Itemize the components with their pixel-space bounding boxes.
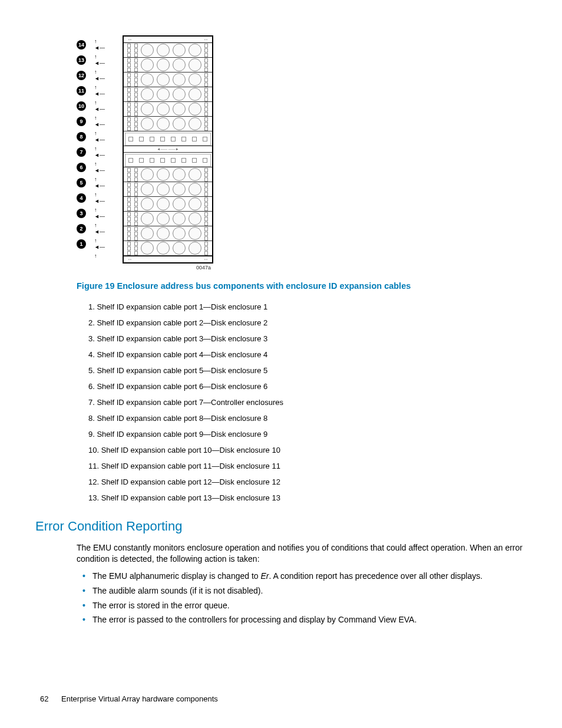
page-footer: 62 Enterprise Virtual Array hardware com…: [40, 694, 218, 703]
callout-row: 13↑◄—: [77, 54, 105, 66]
disk-enclosure: [124, 87, 212, 102]
callout-circle: 10: [77, 101, 86, 111]
callout-circle: 1: [77, 239, 86, 249]
arrow-pair: ↑◄—: [94, 116, 105, 127]
arrow-up-icon: ↑: [94, 162, 105, 167]
callout-row: 12↑◄—: [77, 70, 105, 81]
callout-row: 6↑◄—: [77, 162, 105, 173]
page-number: 62: [40, 694, 48, 703]
callout-circle: 4: [77, 193, 86, 203]
callout-row: 8↑◄—: [77, 131, 105, 143]
arrow-up-icon: ↑: [94, 131, 105, 136]
arrow-up-icon: ↑: [94, 54, 105, 60]
legend-item: 6. Shelf ID expansion cable port 6—Disk …: [88, 382, 527, 391]
arrow-left-icon: ◄—: [94, 199, 105, 204]
arrow-pair: ↑◄—: [94, 223, 105, 235]
controller-enclosure: [124, 153, 212, 167]
arrow-up-icon: ↑: [94, 70, 105, 75]
arrow-pair: ↑◄—: [94, 207, 105, 219]
arrow-up-icon: ↑: [94, 116, 105, 121]
callout-row: 9↑◄—: [77, 116, 105, 127]
arrow-left-icon: ◄—: [94, 137, 105, 143]
disk-enclosure: [124, 43, 212, 58]
arrow-left-icon: ◄—: [94, 168, 105, 173]
arrow-left-icon: ◄—: [94, 183, 105, 189]
bullet-item: •The audible alarm sounds (if it is not …: [82, 585, 527, 597]
rack-top-cap: ▫ ▫▫ ▫: [124, 37, 212, 43]
arrow-left-icon: ◄—: [94, 245, 105, 250]
callout-circle: 3: [77, 209, 86, 218]
callout-circle: 14: [77, 40, 86, 50]
legend-list: 1. Shelf ID expansion cable port 1—Disk …: [88, 302, 527, 502]
arrow-pair: ↑◄—: [94, 100, 105, 112]
legend-item: 1. Shelf ID expansion cable port 1—Disk …: [88, 302, 527, 311]
bullet-text: The audible alarm sounds (if it is not d…: [92, 585, 263, 597]
arrow-pair: ↑◄—: [94, 39, 105, 51]
callout-row: 2↑◄—: [77, 223, 105, 235]
arrow-up-icon: ↑: [94, 223, 105, 228]
bullet-item: •The EMU alphanumeric display is changed…: [82, 571, 527, 582]
disk-enclosure: [124, 182, 212, 197]
bullet-item: •The error is stored in the error queue.: [82, 600, 527, 611]
callout-circle: 2: [77, 224, 86, 233]
arrow-left-icon: ◄—: [94, 76, 105, 81]
arrow-left-icon: ◄—: [94, 61, 105, 66]
bullet-dot-icon: •: [82, 585, 85, 597]
arrow-pair: ↑◄—: [94, 238, 105, 250]
rack-bottom-cap: ▫ ▫▫ ▫: [124, 256, 212, 262]
disk-enclosure: [124, 73, 212, 87]
callout-circle: 8: [77, 132, 86, 141]
footer-title: Enterprise Virtual Array hardware compon…: [61, 694, 218, 703]
figure-diagram: 14↑◄—13↑◄—12↑◄—11↑◄—10↑◄—9↑◄—8↑◄—7↑◄—6↑◄…: [77, 35, 527, 271]
bullet-text: The error is passed to the controllers f…: [92, 614, 416, 625]
callout-row: 11↑◄—: [77, 85, 105, 97]
callout-row: 3↑◄—: [77, 207, 105, 219]
disk-enclosure: [124, 167, 212, 182]
legend-item: 2. Shelf ID expansion cable port 2—Disk …: [88, 318, 527, 327]
legend-item: 10. Shelf ID expansion cable port 10—Dis…: [88, 446, 527, 454]
figure-label: 0047a: [105, 263, 213, 271]
arrow-pair: ↑◄—: [94, 146, 105, 158]
disk-enclosure: [124, 102, 212, 117]
legend-item: 9. Shelf ID expansion cable port 9—Disk …: [88, 430, 527, 439]
disk-enclosure: [124, 58, 212, 73]
legend-item: 7. Shelf ID expansion cable port 7—Contr…: [88, 398, 527, 407]
legend-item: 11. Shelf ID expansion cable port 11—Dis…: [88, 462, 527, 470]
rack-enclosure: ▫ ▫▫ ▫ ◄—— ——► ▫ ▫▫ ▫: [123, 35, 213, 263]
arrow-left-icon: ◄—: [94, 153, 105, 158]
bullet-text: The error is stored in the error queue.: [92, 600, 230, 611]
disk-enclosure: [124, 226, 212, 241]
arrow-left-icon: ◄—: [94, 122, 105, 127]
arrow-pair: ↑◄—: [94, 177, 105, 189]
callout-circle: 12: [77, 71, 86, 80]
arrow-up-icon: ↑: [94, 207, 105, 213]
arrow-left-icon: ◄—: [94, 107, 105, 112]
callout-column: 14↑◄—13↑◄—12↑◄—11↑◄—10↑◄—9↑◄—8↑◄—7↑◄—6↑◄…: [77, 35, 105, 262]
arrow-pair: ↑◄—: [94, 85, 105, 97]
callout-circle: 5: [77, 178, 86, 187]
legend-item: 4. Shelf ID expansion cable port 4—Disk …: [88, 350, 527, 359]
arrow-up-icon: ↑: [94, 192, 105, 197]
arrow-pair: ↑◄—: [94, 54, 105, 66]
callout-row: 14↑◄—: [77, 39, 105, 51]
callout-circle: 6: [77, 163, 86, 172]
controller-separator: ◄—— ——►: [124, 146, 212, 153]
callout-row: 7↑◄—: [77, 146, 105, 158]
bullet-item: •The error is passed to the controllers …: [82, 614, 527, 625]
section-intro: The EMU constantly monitors enclosure op…: [77, 542, 527, 565]
arrow-left-icon: ◄—: [94, 214, 105, 219]
disk-enclosure: [124, 197, 212, 212]
arrow-up-icon: ↑: [94, 177, 105, 182]
arrow-left-icon: ◄—: [94, 229, 105, 235]
callout-circle: 9: [77, 117, 86, 126]
callout-row: 4↑◄—: [77, 192, 105, 204]
legend-item: 13. Shelf ID expansion cable port 13—Dis…: [88, 493, 527, 502]
disk-enclosure: [124, 117, 212, 131]
callout-circle: 13: [77, 55, 86, 65]
arrow-pair: ↑◄—: [94, 131, 105, 143]
disk-enclosure: [124, 241, 212, 256]
bullet-dot-icon: •: [82, 614, 85, 625]
bullet-dot-icon: •: [82, 600, 85, 611]
bullet-dot-icon: •: [82, 571, 85, 582]
bullet-text: The EMU alphanumeric display is changed …: [92, 571, 482, 582]
